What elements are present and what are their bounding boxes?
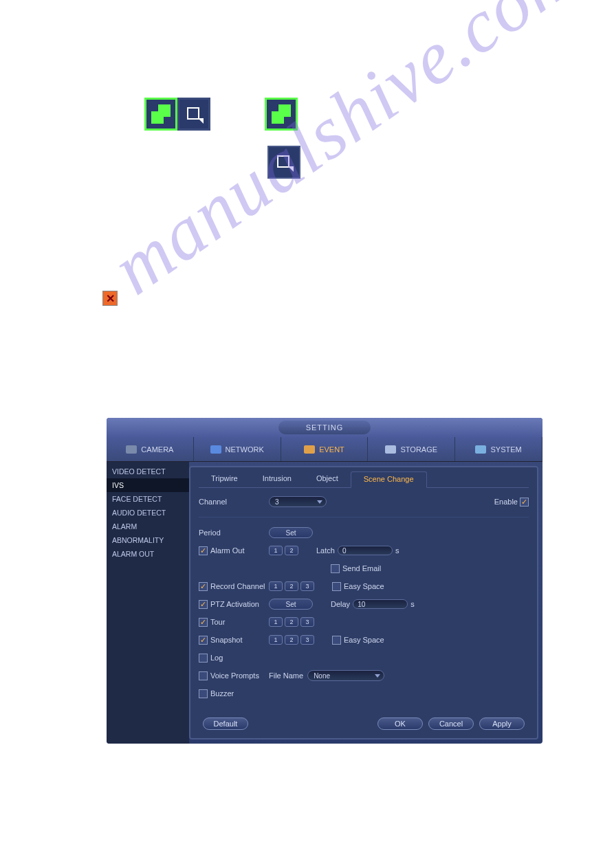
content-panel: Tripwire Intrusion Object Scene Change C… [189,466,538,739]
record-ch-1[interactable]: 1 [269,581,283,591]
tour-3[interactable]: 3 [300,617,314,627]
latch-label: Latch [316,546,335,555]
apply-button[interactable]: Apply [479,717,525,730]
period-label: Period [199,528,269,537]
nav-camera[interactable]: CAMERA [107,437,194,461]
enable-label: Enable [494,498,518,506]
latch-input[interactable]: 0 [338,546,393,555]
delay-input[interactable]: 10 [353,599,408,609]
delay-label: Delay [331,600,350,608]
minimize-icon [267,146,300,179]
record-channel-label: Record Channel [210,582,265,590]
tab-tripwire[interactable]: Tripwire [199,471,250,487]
system-icon [475,445,486,454]
send-email-label: Send Email [342,564,381,572]
enable-checkbox[interactable] [520,498,529,507]
record-channel-checkbox[interactable] [199,582,208,591]
maximize-icon [265,98,298,131]
alarm-out-2[interactable]: 2 [285,546,298,555]
tour-1[interactable]: 1 [269,617,283,627]
sidebar-item-face-detect[interactable]: FACE DETECT [107,492,189,506]
nav-event[interactable]: EVENT [281,437,369,461]
default-button[interactable]: Default [203,717,248,730]
cancel-button[interactable]: Cancel [428,717,474,730]
record-ch-3[interactable]: 3 [300,581,314,591]
alarm-out-buttons: 1 2 [269,546,298,555]
nav-system[interactable]: SYSTEM [455,437,542,461]
period-set-button[interactable]: Set [269,527,313,538]
window-titlebar: SETTING [107,418,542,437]
snapshot-1[interactable]: 1 [269,635,283,645]
tab-object[interactable]: Object [304,471,351,487]
sidebar-item-abnormality[interactable]: ABNORMALITY [107,533,189,547]
easy-space2-checkbox[interactable] [332,636,341,645]
nav-storage[interactable]: STORAGE [368,437,455,461]
sidebar-item-audio-detect[interactable]: AUDIO DETECT [107,506,189,520]
snapshot-checkbox[interactable] [199,636,208,645]
alarm-out-checkbox[interactable] [199,546,208,555]
log-label: Log [210,654,223,662]
minimize-icon [177,98,210,131]
delete-icon: ✕ [102,291,118,306]
tab-scene-change[interactable]: Scene Change [351,471,427,488]
filename-select[interactable]: None [307,670,384,681]
easy-space1-checkbox[interactable] [332,582,341,591]
latch-unit: s [395,546,399,555]
top-nav: CAMERA NETWORK EVENT STORAGE SYSTEM [107,437,542,462]
ok-button[interactable]: OK [377,717,423,730]
tour-checkbox[interactable] [199,618,208,627]
record-ch-2[interactable]: 2 [285,581,298,591]
buzzer-checkbox[interactable] [199,689,208,698]
settings-window: SETTING CAMERA NETWORK EVENT STORAGE SYS… [107,418,542,744]
channel-label: Channel [199,498,269,506]
sidebar-item-ivs[interactable]: IVS [107,478,189,492]
maximize-icon [144,98,177,131]
sidebar-item-video-detect[interactable]: VIDEO DETECT [107,465,189,478]
tour-label: Tour [210,618,225,626]
network-icon [210,445,221,454]
storage-icon [385,445,396,454]
snapshot-3[interactable]: 3 [300,635,314,645]
sidebar-item-alarm[interactable]: ALARM [107,520,189,533]
snapshot-2[interactable]: 2 [285,635,298,645]
ptz-set-button[interactable]: Set [269,599,313,610]
alarm-out-1[interactable]: 1 [269,546,283,555]
nav-network[interactable]: NETWORK [194,437,281,461]
buzzer-label: Buzzer [210,689,234,698]
tabs: Tripwire Intrusion Object Scene Change [199,471,529,488]
filename-label: File Name [269,671,303,680]
sidebar: VIDEO DETECT IVS FACE DETECT AUDIO DETEC… [107,462,189,744]
easy-space1-label: Easy Space [344,582,384,590]
voice-prompts-checkbox[interactable] [199,671,208,680]
tour-2[interactable]: 2 [285,617,298,627]
voice-prompts-label: Voice Prompts [210,671,259,680]
event-icon [304,445,315,454]
ptz-checkbox[interactable] [199,600,208,609]
send-email-checkbox[interactable] [331,564,340,573]
ptz-label: PTZ Activation [210,600,259,608]
snapshot-label: Snapshot [210,636,242,644]
channel-select[interactable]: 3 [269,496,327,507]
watermark: manualshive.com [96,0,595,312]
window-title: SETTING [278,421,371,434]
delay-unit: s [410,600,415,608]
easy-space2-label: Easy Space [344,636,384,644]
tab-intrusion[interactable]: Intrusion [250,471,304,487]
camera-icon [126,445,137,454]
log-checkbox[interactable] [199,654,208,663]
sidebar-item-alarm-out[interactable]: ALARM OUT [107,547,189,561]
alarm-out-label: Alarm Out [210,546,245,555]
